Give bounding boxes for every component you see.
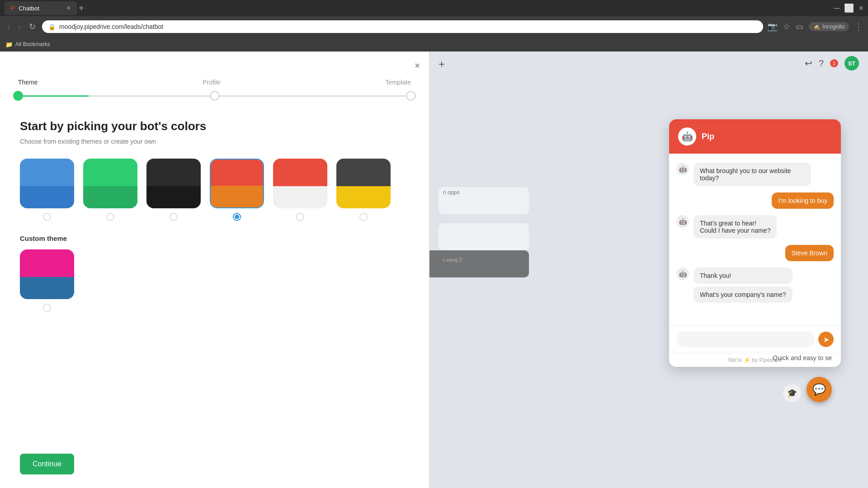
theme-swatch-custom[interactable]: [20, 249, 74, 299]
dark-card: [429, 250, 529, 277]
chat-icon: 💬: [812, 383, 826, 396]
help-icon[interactable]: ?: [819, 58, 824, 69]
forward-button[interactable]: ›: [16, 20, 23, 33]
theme-option-red-white[interactable]: [273, 159, 327, 221]
chat-message-4: Steve Brown: [676, 245, 834, 261]
step-profile-label: Profile: [203, 79, 221, 86]
chatbot-header: 🤖 Pip: [669, 119, 841, 154]
chat-bubble-bot-3b: What's your company's name?: [693, 286, 793, 303]
bg-card-2: [439, 223, 529, 250]
theme-option-red-orange[interactable]: [210, 159, 264, 221]
notification-badge: 1: [830, 59, 838, 67]
theme-option-dark-yellow[interactable]: [336, 159, 391, 221]
theme-option-blue[interactable]: [20, 159, 74, 221]
step-template-label: Template: [385, 79, 411, 86]
bookmarks-bar: 📁 All Bookmarks: [0, 37, 868, 52]
lightning-icon: ⚡: [744, 357, 750, 363]
chat-message-5: 🤖 Thank you! What's your company's name?: [676, 267, 834, 303]
new-tab-button[interactable]: +: [79, 3, 84, 14]
sidebar-toggle[interactable]: ▭: [796, 22, 803, 32]
url-text: moodjoy.pipedrive.com/leads/chatbot: [59, 23, 163, 30]
wizard-close-button[interactable]: ×: [415, 61, 420, 71]
bg-text-oppo: n oppo: [443, 189, 460, 196]
chat-bubble-bot-1: What brought you to our website today?: [693, 163, 811, 186]
bot-icon-1: 🤖: [676, 163, 689, 175]
right-toolbar: ↩ ? 1 ST: [805, 56, 859, 70]
bg-text-using: t using C: [443, 257, 462, 263]
theme-swatch-dark[interactable]: [146, 159, 201, 208]
minimize-button[interactable]: ─: [834, 4, 840, 13]
chat-input-area: ➤: [669, 325, 841, 353]
stepper: Theme Profile Template ×: [0, 52, 429, 110]
chat-input[interactable]: [676, 331, 815, 347]
incognito-badge: 🕵 Incognito: [809, 22, 849, 31]
step-theme-label: Theme: [18, 79, 38, 86]
theme-radio-red-orange[interactable]: [233, 213, 241, 221]
theme-swatch-red-orange[interactable]: [210, 159, 264, 208]
address-bar[interactable]: 🔒 moodjoy.pipedrive.com/leads/chatbot: [42, 20, 763, 33]
send-icon: ➤: [823, 335, 829, 344]
chat-bubble-user-2: Steve Brown: [785, 245, 834, 261]
theme-radio-blue[interactable]: [43, 213, 51, 221]
bot-icon-3: 🤖: [676, 267, 689, 280]
bookmarks-label: All Bookmarks: [15, 41, 50, 47]
theme-swatch-green[interactable]: [83, 159, 137, 208]
theme-radio-dark[interactable]: [170, 213, 178, 221]
chatbot-preview: 🤖 Pip 🤖 What brought you to our website …: [669, 119, 841, 367]
theme-option-dark[interactable]: [146, 159, 201, 221]
reload-button[interactable]: ↻: [27, 20, 38, 33]
tab-favicon: P: [11, 5, 15, 12]
theme-swatch-dark-yellow[interactable]: [336, 159, 391, 208]
close-window-button[interactable]: ×: [859, 4, 863, 13]
theme-radio-custom[interactable]: [43, 304, 51, 312]
browser-frame: P Chatbot × + ─ ⬜ × ‹ › ↻ 🔒 moodjoy.pipe…: [0, 0, 868, 488]
wizard-subtitle: Choose from existing themes or create yo…: [20, 138, 409, 145]
chat-send-button[interactable]: ➤: [818, 332, 834, 347]
bookmarks-folder-icon: 📁: [5, 41, 13, 48]
tab-label: Chatbot: [19, 5, 39, 12]
custom-themes-grid: [20, 249, 409, 312]
step-dot-template[interactable]: [406, 91, 416, 101]
maximize-button[interactable]: ⬜: [844, 3, 854, 13]
chatbot-avatar-icon: 🤖: [678, 127, 696, 145]
theme-radio-dark-yellow[interactable]: [359, 213, 368, 221]
browser-titlebar: P Chatbot × + ─ ⬜ ×: [0, 0, 868, 16]
wizard-panel: Theme Profile Template ×: [0, 52, 429, 488]
user-avatar[interactable]: ST: [844, 56, 859, 70]
themes-grid: [20, 159, 409, 221]
wizard-title: Start by picking your bot's colors: [20, 119, 409, 133]
bot-emoji: 🤖: [682, 131, 693, 142]
continue-button[interactable]: Continue: [20, 454, 74, 474]
theme-swatch-blue[interactable]: [20, 159, 74, 208]
add-button[interactable]: +: [439, 58, 445, 70]
lock-icon: 🔒: [48, 23, 56, 30]
browser-tab[interactable]: P Chatbot ×: [5, 1, 77, 15]
chat-message-3: 🤖 That's great to hear! Could I have you…: [676, 215, 834, 239]
theme-option-green[interactable]: [83, 159, 137, 221]
step-dot-theme[interactable]: [13, 91, 23, 101]
chat-message-1: 🤖 What brought you to our website today?: [676, 163, 834, 186]
step-dot-profile[interactable]: [210, 91, 220, 101]
wizard-content: Start by picking your bot's colors Choos…: [0, 110, 429, 445]
theme-swatch-red-white[interactable]: [273, 159, 327, 208]
bookmark-icon[interactable]: ☆: [783, 22, 790, 32]
graduation-icon: 🎓: [787, 388, 797, 398]
quick-easy-text: Quick and easy to se: [773, 354, 832, 361]
content-area: Theme Profile Template ×: [0, 52, 868, 488]
chat-bubble-bot-3a: Thank you!: [693, 267, 793, 284]
theme-radio-green[interactable]: [106, 213, 114, 221]
custom-theme-label: Custom theme: [20, 235, 409, 242]
theme-radio-red-white[interactable]: [296, 213, 304, 221]
chat-bubble-bot-2: That's great to hear! Could I have your …: [693, 215, 777, 239]
bot-icon-2: 🤖: [676, 215, 689, 228]
notification-count: 1: [833, 61, 835, 66]
floating-help-button[interactable]: 🎓: [783, 384, 801, 402]
arrow-icon[interactable]: ↩: [805, 58, 812, 69]
tab-close-button[interactable]: ×: [66, 4, 71, 12]
browser-toolbar-right: 📷 ☆ ▭ 🕵 Incognito ⋮: [768, 22, 863, 32]
theme-option-custom[interactable]: [20, 249, 74, 312]
more-options-icon[interactable]: ⋮: [854, 22, 863, 32]
floating-chat-button[interactable]: 💬: [807, 377, 832, 402]
back-button[interactable]: ‹: [5, 20, 12, 33]
chat-bubble-user-1: I'm looking to buy: [772, 192, 834, 209]
